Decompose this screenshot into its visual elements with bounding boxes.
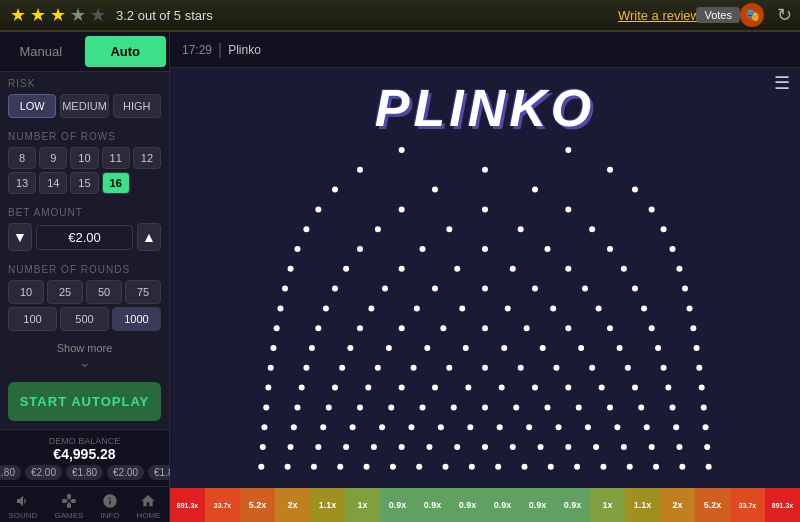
stars-area: ★ ★ ★ ★ ★ 3.2 out of 5 stars bbox=[10, 4, 213, 26]
sound-label: SOUND bbox=[9, 511, 38, 520]
bet-label: BET AMOUNT bbox=[8, 207, 161, 218]
chip-1[interactable]: €1.80 bbox=[0, 465, 21, 480]
bet-increase-button[interactable]: ▲ bbox=[137, 223, 161, 251]
game-separator: | bbox=[218, 41, 222, 59]
rounds-grid-1: 10 25 50 75 bbox=[8, 280, 161, 304]
row-btn-11[interactable]: 11 bbox=[102, 147, 130, 169]
game-name: Plinko bbox=[228, 43, 261, 57]
chip-3[interactable]: €1.80 bbox=[66, 465, 103, 480]
mult-cell-10: 0.9x bbox=[520, 488, 555, 522]
bet-amount-row: ▼ €2.00 ▲ bbox=[8, 223, 161, 251]
sound-icon bbox=[15, 493, 31, 509]
sound-icon-btn[interactable]: SOUND bbox=[9, 493, 38, 520]
info-label: INFO bbox=[100, 511, 119, 520]
info-icon bbox=[102, 493, 118, 509]
row-btn-9[interactable]: 9 bbox=[39, 147, 67, 169]
row-btn-13[interactable]: 13 bbox=[8, 172, 36, 194]
mult-cell-16: 33.7x bbox=[730, 488, 765, 522]
rows-label: NUMBER OF ROWS bbox=[8, 131, 161, 142]
rounds-btn-75[interactable]: 75 bbox=[125, 280, 161, 304]
mult-cell-17: 891.3x bbox=[765, 488, 800, 522]
mult-cell-0: 891.3x bbox=[170, 488, 205, 522]
risk-section: RISK LOW MEDIUM HIGH bbox=[0, 72, 169, 125]
home-label: HOME bbox=[136, 511, 160, 520]
mult-cell-2: 5.2x bbox=[240, 488, 275, 522]
game-header: 17:29 | Plinko bbox=[170, 32, 800, 68]
balance-area: DEMO BALANCE €4,995.28 €1.80 €2.00 €1.80… bbox=[0, 429, 169, 486]
row-btn-8[interactable]: 8 bbox=[8, 147, 36, 169]
start-autoplay-button[interactable]: START AUTOPLAY bbox=[8, 382, 161, 421]
chip-4[interactable]: €2.00 bbox=[107, 465, 144, 480]
rows-grid: 8 9 10 11 12 13 14 15 16 bbox=[8, 147, 161, 194]
games-icon-btn[interactable]: GAMES bbox=[54, 493, 83, 520]
top-bar: ★ ★ ★ ★ ★ 3.2 out of 5 stars Write a rev… bbox=[0, 0, 800, 32]
avatar: 🎭 bbox=[740, 3, 764, 27]
rounds-btn-100[interactable]: 100 bbox=[8, 307, 57, 331]
bet-decrease-button[interactable]: ▼ bbox=[8, 223, 32, 251]
row-btn-12[interactable]: 12 bbox=[133, 147, 161, 169]
auto-tab[interactable]: Auto bbox=[85, 36, 167, 67]
mult-cell-6: 0.9x bbox=[380, 488, 415, 522]
mode-tabs: Manual Auto bbox=[0, 32, 169, 72]
mult-cell-8: 0.9x bbox=[450, 488, 485, 522]
dots-canvas bbox=[235, 132, 735, 492]
rounds-btn-500[interactable]: 500 bbox=[60, 307, 109, 331]
rounds-grid-2: 100 500 1000 bbox=[8, 307, 161, 331]
games-label: GAMES bbox=[54, 511, 83, 520]
star-3: ★ bbox=[50, 4, 66, 26]
star-1: ★ bbox=[10, 4, 26, 26]
row-btn-16[interactable]: 16 bbox=[102, 172, 130, 194]
game-time: 17:29 bbox=[182, 43, 212, 57]
show-more[interactable]: Show more ⌄ bbox=[0, 338, 169, 374]
game-area: 17:29 | Plinko ☰ PLINKO 891.3x33.7x5.2x2… bbox=[170, 32, 800, 522]
plinko-canvas: PLINKO 891.3x33.7x5.2x2x1.1x1x0.9x0.9x0.… bbox=[170, 68, 800, 522]
rounds-btn-1000[interactable]: 1000 bbox=[112, 307, 161, 331]
rounds-label: NUMBER OF ROUNDS bbox=[8, 264, 161, 275]
star-4: ★ bbox=[70, 4, 86, 26]
bottom-icons: SOUND GAMES INFO HOME bbox=[0, 486, 169, 522]
mult-cell-15: 5.2x bbox=[695, 488, 730, 522]
mult-cell-14: 2x bbox=[660, 488, 695, 522]
risk-low[interactable]: LOW bbox=[8, 94, 56, 118]
refresh-button[interactable]: ↻ bbox=[777, 4, 792, 26]
mult-cell-7: 0.9x bbox=[415, 488, 450, 522]
star-5: ★ bbox=[90, 4, 106, 26]
risk-buttons: LOW MEDIUM HIGH bbox=[8, 94, 161, 118]
row-btn-14[interactable]: 14 bbox=[39, 172, 67, 194]
mult-cell-13: 1.1x bbox=[625, 488, 660, 522]
plinko-title: PLINKO bbox=[375, 78, 595, 138]
chevron-down-icon: ⌄ bbox=[0, 354, 169, 370]
star-2: ★ bbox=[30, 4, 46, 26]
row-btn-10[interactable]: 10 bbox=[70, 147, 98, 169]
bet-value: €2.00 bbox=[36, 225, 133, 250]
manual-tab[interactable]: Manual bbox=[0, 32, 82, 71]
mult-cell-4: 1.1x bbox=[310, 488, 345, 522]
home-icon-btn[interactable]: HOME bbox=[136, 493, 160, 520]
chip-2[interactable]: €2.00 bbox=[25, 465, 62, 480]
write-review-link[interactable]: Write a review bbox=[618, 8, 700, 23]
rating-text: 3.2 out of 5 stars bbox=[116, 8, 213, 23]
games-icon bbox=[61, 493, 77, 509]
mult-cell-11: 0.9x bbox=[555, 488, 590, 522]
risk-label: RISK bbox=[8, 78, 161, 89]
votes-button[interactable]: Votes bbox=[696, 7, 740, 23]
left-panel: Manual Auto RISK LOW MEDIUM HIGH NUMBER … bbox=[0, 32, 170, 522]
rounds-btn-10[interactable]: 10 bbox=[8, 280, 44, 304]
mult-cell-3: 2x bbox=[275, 488, 310, 522]
info-icon-btn[interactable]: INFO bbox=[100, 493, 119, 520]
rounds-btn-25[interactable]: 25 bbox=[47, 280, 83, 304]
mult-cell-5: 1x bbox=[345, 488, 380, 522]
home-icon bbox=[140, 493, 156, 509]
risk-high[interactable]: HIGH bbox=[113, 94, 161, 118]
mult-cell-9: 0.9x bbox=[485, 488, 520, 522]
row-btn-15[interactable]: 15 bbox=[70, 172, 98, 194]
dots-container bbox=[170, 138, 800, 486]
rounds-section: NUMBER OF ROUNDS 10 25 50 75 100 500 100… bbox=[0, 258, 169, 338]
risk-medium[interactable]: MEDIUM bbox=[60, 94, 108, 118]
show-more-label: Show more bbox=[57, 342, 113, 354]
mult-cell-1: 33.7x bbox=[205, 488, 240, 522]
rounds-btn-50[interactable]: 50 bbox=[86, 280, 122, 304]
rows-section: NUMBER OF ROWS 8 9 10 11 12 13 14 15 16 bbox=[0, 125, 169, 201]
multiplier-bar: 891.3x33.7x5.2x2x1.1x1x0.9x0.9x0.9x0.9x0… bbox=[170, 488, 800, 522]
main-layout: Manual Auto RISK LOW MEDIUM HIGH NUMBER … bbox=[0, 32, 800, 522]
